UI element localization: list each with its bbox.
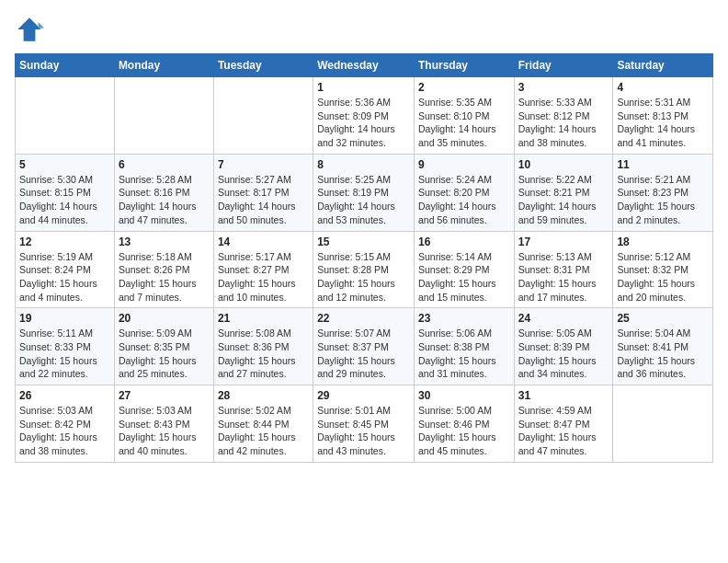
day-number: 20 (119, 312, 210, 325)
calendar-cell: 7Sunrise: 5:27 AM Sunset: 8:17 PM Daylig… (213, 154, 313, 231)
day-info-text: Sunrise: 5:28 AM Sunset: 8:16 PM Dayligh… (119, 173, 210, 227)
calendar-week-row: 5Sunrise: 5:30 AM Sunset: 8:15 PM Daylig… (16, 154, 713, 231)
day-number: 16 (418, 236, 510, 248)
day-number: 2 (418, 81, 510, 94)
day-number: 4 (617, 81, 709, 94)
calendar-cell: 30Sunrise: 5:00 AM Sunset: 8:46 PM Dayli… (414, 385, 514, 463)
day-info-text: Sunrise: 5:03 AM Sunset: 8:42 PM Dayligh… (19, 404, 110, 458)
calendar-header-row: SundayMondayTuesdayWednesdayThursdayFrid… (16, 54, 713, 77)
day-number: 10 (518, 158, 609, 171)
logo (15, 15, 48, 44)
calendar-cell: 9Sunrise: 5:24 AM Sunset: 8:20 PM Daylig… (414, 154, 514, 231)
day-info-text: Sunrise: 5:06 AM Sunset: 8:38 PM Dayligh… (418, 327, 510, 381)
day-info-text: Sunrise: 5:12 AM Sunset: 8:32 PM Dayligh… (617, 250, 709, 304)
calendar-cell: 8Sunrise: 5:25 AM Sunset: 8:19 PM Daylig… (313, 154, 415, 231)
calendar-week-row: 26Sunrise: 5:03 AM Sunset: 8:42 PM Dayli… (16, 385, 713, 463)
calendar-week-row: 1Sunrise: 5:36 AM Sunset: 8:09 PM Daylig… (16, 77, 713, 155)
calendar-cell: 2Sunrise: 5:35 AM Sunset: 8:10 PM Daylig… (414, 77, 514, 155)
day-info-text: Sunrise: 5:27 AM Sunset: 8:17 PM Dayligh… (218, 173, 309, 227)
day-info-text: Sunrise: 5:25 AM Sunset: 8:19 PM Dayligh… (317, 173, 410, 227)
day-number: 18 (617, 236, 709, 248)
day-number: 9 (418, 158, 510, 171)
day-info-text: Sunrise: 5:07 AM Sunset: 8:37 PM Dayligh… (317, 327, 410, 381)
day-of-week-header: Wednesday (313, 54, 415, 77)
day-number: 23 (418, 312, 510, 325)
calendar-cell: 6Sunrise: 5:28 AM Sunset: 8:16 PM Daylig… (114, 154, 213, 231)
calendar-cell: 15Sunrise: 5:15 AM Sunset: 8:28 PM Dayli… (313, 231, 415, 308)
calendar-table: SundayMondayTuesdayWednesdayThursdayFrid… (15, 53, 713, 463)
day-number: 19 (19, 312, 110, 325)
day-number: 24 (518, 312, 609, 325)
day-info-text: Sunrise: 5:33 AM Sunset: 8:12 PM Dayligh… (518, 96, 609, 150)
day-info-text: Sunrise: 5:17 AM Sunset: 8:27 PM Dayligh… (218, 250, 309, 304)
calendar-cell: 11Sunrise: 5:21 AM Sunset: 8:23 PM Dayli… (613, 154, 713, 231)
calendar-cell: 14Sunrise: 5:17 AM Sunset: 8:27 PM Dayli… (213, 231, 313, 308)
day-info-text: Sunrise: 5:13 AM Sunset: 8:31 PM Dayligh… (518, 250, 609, 304)
day-info-text: Sunrise: 5:36 AM Sunset: 8:09 PM Dayligh… (317, 96, 410, 150)
day-info-text: Sunrise: 5:30 AM Sunset: 8:15 PM Dayligh… (19, 173, 110, 227)
calendar-cell: 17Sunrise: 5:13 AM Sunset: 8:31 PM Dayli… (514, 231, 613, 308)
day-of-week-header: Tuesday (213, 54, 313, 77)
calendar-cell: 27Sunrise: 5:03 AM Sunset: 8:43 PM Dayli… (114, 385, 213, 463)
calendar-cell: 18Sunrise: 5:12 AM Sunset: 8:32 PM Dayli… (613, 231, 713, 308)
day-of-week-header: Monday (114, 54, 213, 77)
day-number: 13 (119, 236, 210, 248)
calendar-cell: 26Sunrise: 5:03 AM Sunset: 8:42 PM Dayli… (16, 385, 115, 463)
day-info-text: Sunrise: 5:22 AM Sunset: 8:21 PM Dayligh… (518, 173, 609, 227)
calendar-cell: 24Sunrise: 5:05 AM Sunset: 8:39 PM Dayli… (514, 308, 613, 385)
day-number: 17 (518, 236, 609, 248)
day-number: 1 (317, 81, 410, 94)
day-info-text: Sunrise: 5:09 AM Sunset: 8:35 PM Dayligh… (119, 327, 210, 381)
day-number: 5 (19, 158, 110, 171)
day-info-text: Sunrise: 5:02 AM Sunset: 8:44 PM Dayligh… (218, 404, 309, 458)
day-number: 21 (218, 312, 309, 325)
day-info-text: Sunrise: 5:04 AM Sunset: 8:41 PM Dayligh… (617, 327, 709, 381)
calendar-cell: 28Sunrise: 5:02 AM Sunset: 8:44 PM Dayli… (213, 385, 313, 463)
day-info-text: Sunrise: 5:00 AM Sunset: 8:46 PM Dayligh… (418, 404, 510, 458)
day-number: 29 (317, 389, 410, 402)
day-info-text: Sunrise: 5:21 AM Sunset: 8:23 PM Dayligh… (617, 173, 709, 227)
day-info-text: Sunrise: 5:03 AM Sunset: 8:43 PM Dayligh… (119, 404, 210, 458)
day-number: 28 (218, 389, 309, 402)
day-number: 31 (518, 389, 609, 402)
calendar-cell: 22Sunrise: 5:07 AM Sunset: 8:37 PM Dayli… (313, 308, 415, 385)
page-header (15, 15, 713, 44)
calendar-cell: 5Sunrise: 5:30 AM Sunset: 8:15 PM Daylig… (16, 154, 115, 231)
day-number: 15 (317, 236, 410, 248)
svg-marker-0 (17, 17, 41, 41)
day-number: 12 (19, 236, 110, 248)
calendar-cell: 10Sunrise: 5:22 AM Sunset: 8:21 PM Dayli… (514, 154, 613, 231)
day-number: 27 (119, 389, 210, 402)
day-info-text: Sunrise: 5:05 AM Sunset: 8:39 PM Dayligh… (518, 327, 609, 381)
day-info-text: Sunrise: 5:14 AM Sunset: 8:29 PM Dayligh… (418, 250, 510, 304)
calendar-cell: 21Sunrise: 5:08 AM Sunset: 8:36 PM Dayli… (213, 308, 313, 385)
calendar-cell: 12Sunrise: 5:19 AM Sunset: 8:24 PM Dayli… (16, 231, 115, 308)
calendar-week-row: 12Sunrise: 5:19 AM Sunset: 8:24 PM Dayli… (16, 231, 713, 308)
day-of-week-header: Saturday (613, 54, 713, 77)
calendar-cell (613, 385, 713, 463)
day-info-text: Sunrise: 5:31 AM Sunset: 8:13 PM Dayligh… (617, 96, 709, 150)
calendar-week-row: 19Sunrise: 5:11 AM Sunset: 8:33 PM Dayli… (16, 308, 713, 385)
day-number: 26 (19, 389, 110, 402)
day-number: 25 (617, 312, 709, 325)
day-info-text: Sunrise: 5:18 AM Sunset: 8:26 PM Dayligh… (119, 250, 210, 304)
calendar-cell: 4Sunrise: 5:31 AM Sunset: 8:13 PM Daylig… (613, 77, 713, 155)
day-number: 8 (317, 158, 410, 171)
day-of-week-header: Friday (514, 54, 613, 77)
day-of-week-header: Thursday (414, 54, 514, 77)
calendar-cell: 16Sunrise: 5:14 AM Sunset: 8:29 PM Dayli… (414, 231, 514, 308)
day-number: 22 (317, 312, 410, 325)
calendar-cell: 25Sunrise: 5:04 AM Sunset: 8:41 PM Dayli… (613, 308, 713, 385)
calendar-cell: 19Sunrise: 5:11 AM Sunset: 8:33 PM Dayli… (16, 308, 115, 385)
day-info-text: Sunrise: 5:11 AM Sunset: 8:33 PM Dayligh… (19, 327, 110, 381)
day-info-text: Sunrise: 5:35 AM Sunset: 8:10 PM Dayligh… (418, 96, 510, 150)
calendar-cell: 20Sunrise: 5:09 AM Sunset: 8:35 PM Dayli… (114, 308, 213, 385)
day-info-text: Sunrise: 5:19 AM Sunset: 8:24 PM Dayligh… (19, 250, 110, 304)
logo-icon (15, 15, 44, 44)
day-number: 30 (418, 389, 510, 402)
calendar-cell: 23Sunrise: 5:06 AM Sunset: 8:38 PM Dayli… (414, 308, 514, 385)
day-of-week-header: Sunday (16, 54, 115, 77)
day-number: 11 (617, 158, 709, 171)
calendar-cell (114, 77, 213, 155)
day-number: 6 (119, 158, 210, 171)
